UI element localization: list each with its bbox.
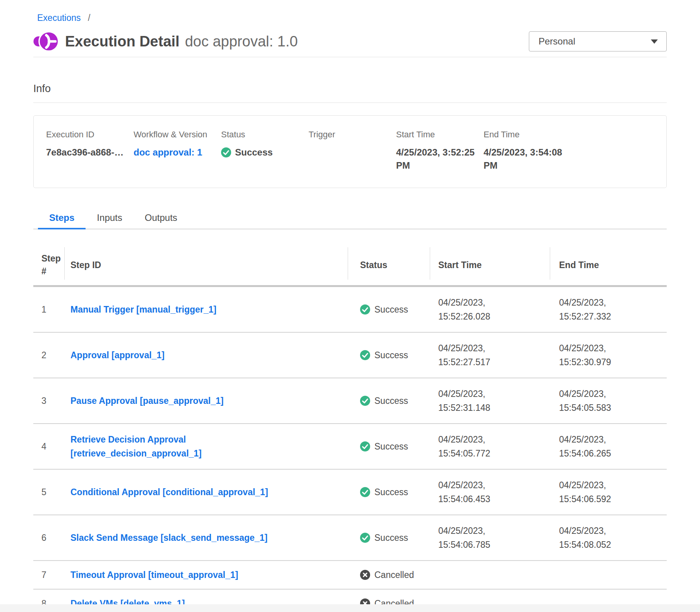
step-id-cell: Approval [approval_1] (64, 348, 348, 362)
step-id-cell: Timeout Approval [timeout_approval_1] (64, 568, 348, 582)
start-time-cell: 04/25/2023,15:54:06.453 (430, 478, 550, 506)
info-field-status: StatusSuccess (221, 130, 309, 172)
table-row: 5Conditional Approval [conditional_appro… (33, 470, 667, 515)
info-field-execution-id: Execution ID7e8ac396-a868-… (46, 130, 134, 172)
info-field-label: Start Time (396, 130, 484, 140)
start-time-cell-line: 15:54:06.785 (438, 538, 550, 552)
execution-detail-page: Executions / Execution Detaildoc approva… (0, 0, 700, 612)
title-divider (33, 57, 667, 57)
table-row: 4Retrieve Decision Approval[retrieve_dec… (33, 424, 667, 470)
page-title: Execution Detaildoc approval: 1.0 (65, 33, 298, 50)
steps-table: Step # Step ID Status Start Time End Tim… (33, 245, 667, 612)
status-badge: Success (348, 439, 430, 453)
column-header-start-time: Start Time (430, 245, 550, 285)
cancelled-icon (360, 570, 370, 580)
info-field-workflow-version: Workflow & Versiondoc approval: 1 (134, 130, 221, 172)
status-text: Success (374, 439, 408, 453)
workspace-dropdown-value: Personal (539, 36, 575, 47)
end-time-cell-line: 15:52:30.979 (559, 355, 667, 369)
info-divider (33, 103, 667, 103)
start-time-cell: 04/25/2023,15:52:26.028 (430, 296, 550, 323)
start-time-cell-line: 15:54:06.453 (438, 492, 550, 506)
status-badge: Success (348, 348, 430, 362)
status-badge: Success (348, 485, 430, 499)
step-id-link-line: Manual Trigger [manual_trigger_1] (70, 303, 348, 316)
step-number-cell: 1 (33, 303, 64, 316)
end-time-cell-line: 04/25/2023, (559, 433, 667, 446)
step-number-cell: 2 (33, 348, 64, 362)
step-id-link[interactable]: Conditional Approval [conditional_approv… (70, 485, 348, 499)
success-icon (221, 147, 231, 157)
step-id-cell: Conditional Approval [conditional_approv… (64, 485, 348, 499)
tab-steps[interactable]: Steps (38, 207, 86, 229)
success-icon (360, 487, 370, 497)
info-field-label: Status (221, 130, 309, 140)
info-field-value: 4/25/2023, 3:52:25 PM (396, 146, 477, 172)
start-time-cell-line: 15:54:05.772 (438, 446, 550, 460)
end-time-cell-line: 04/25/2023, (559, 296, 667, 309)
start-time-cell-line: 15:52:26.028 (438, 309, 550, 323)
step-id-cell: Slack Send Message [slack_send_message_1… (64, 531, 348, 545)
workflow-version-link[interactable]: doc approval: 1 (134, 147, 202, 157)
step-id-link[interactable]: Pause Approval [pause_approval_1] (70, 394, 348, 408)
execution-status-badge: Success (221, 146, 302, 159)
table-header-row: Step # Step ID Status Start Time End Tim… (33, 245, 667, 287)
start-time-cell-line: 15:52:31.148 (438, 401, 550, 415)
end-time-cell: 04/25/2023,15:54:08.052 (550, 524, 667, 552)
table-row: 6Slack Send Message [slack_send_message_… (33, 515, 667, 561)
step-id-link[interactable]: Retrieve Decision Approval[retrieve_deci… (70, 433, 348, 460)
title-row: Execution Detaildoc approval: 1.0 Person… (33, 30, 667, 53)
start-time-cell-line: 04/25/2023, (438, 433, 550, 446)
table-row: 1Manual Trigger [manual_trigger_1]Succes… (33, 287, 667, 333)
end-time-cell: 04/25/2023,15:52:27.332 (550, 296, 667, 323)
step-id-link[interactable]: Manual Trigger [manual_trigger_1] (70, 303, 348, 316)
step-id-link-line: Timeout Approval [timeout_approval_1] (70, 568, 348, 582)
breadcrumb-executions-link[interactable]: Executions (37, 13, 81, 23)
status-badge: Cancelled (348, 568, 430, 582)
workflow-name-version: doc approval: 1.0 (185, 33, 298, 50)
step-id-cell: Pause Approval [pause_approval_1] (64, 394, 348, 408)
success-icon (360, 396, 370, 406)
success-icon (360, 441, 370, 451)
column-header-step-number: Step # (33, 245, 64, 285)
info-field-value: 4/25/2023, 3:54:08 PM (484, 146, 565, 172)
start-time-cell-line: 04/25/2023, (438, 341, 550, 355)
status-text: Success (374, 303, 408, 316)
step-id-link[interactable]: Approval [approval_1] (70, 348, 348, 362)
step-id-link[interactable]: Timeout Approval [timeout_approval_1] (70, 568, 348, 582)
info-field-start-time: Start Time4/25/2023, 3:52:25 PM (396, 130, 484, 172)
step-id-link-line: Retrieve Decision Approval (70, 433, 348, 446)
status-text: Success (374, 348, 408, 362)
end-time-cell-line: 04/25/2023, (559, 341, 667, 355)
end-time-cell: 04/25/2023,15:54:06.265 (550, 433, 667, 460)
tab-outputs[interactable]: Outputs (134, 207, 189, 229)
info-card: Execution ID7e8ac396-a868-…Workflow & Ve… (33, 115, 667, 188)
workspace-dropdown[interactable]: Personal (529, 31, 667, 51)
success-icon (360, 350, 370, 360)
start-time-cell-line: 04/25/2023, (438, 387, 550, 401)
end-time-cell-line: 04/25/2023, (559, 524, 667, 538)
step-number-cell: 6 (33, 531, 64, 545)
step-number-cell: 5 (33, 485, 64, 499)
end-time-cell-line: 04/25/2023, (559, 387, 667, 401)
end-time-cell: 04/25/2023,15:54:06.592 (550, 478, 667, 506)
step-number-cell: 4 (33, 439, 64, 453)
tab-bar: StepsInputsOutputs (33, 207, 667, 229)
info-field-end-time: End Time4/25/2023, 3:54:08 PM (484, 130, 654, 172)
breadcrumb: Executions / (33, 13, 667, 23)
tab-inputs[interactable]: Inputs (86, 207, 133, 229)
info-field-label: Trigger (309, 130, 396, 140)
info-field-trigger: Trigger (309, 130, 396, 172)
step-number-cell: 3 (33, 394, 64, 408)
chevron-down-icon (651, 39, 658, 44)
status-text: Success (374, 394, 408, 408)
status-text: Success (374, 531, 408, 545)
info-field-value: doc approval: 1 (134, 146, 215, 159)
info-field-value: 7e8ac396-a868-… (46, 146, 127, 159)
column-header-step-id: Step ID (64, 245, 348, 285)
table-row: 2Approval [approval_1]Success04/25/2023,… (33, 333, 667, 378)
step-number-cell: 7 (33, 568, 64, 582)
start-time-cell-line: 04/25/2023, (438, 296, 550, 309)
step-id-link[interactable]: Slack Send Message [slack_send_message_1… (70, 531, 348, 545)
status-badge: Success (348, 394, 430, 408)
